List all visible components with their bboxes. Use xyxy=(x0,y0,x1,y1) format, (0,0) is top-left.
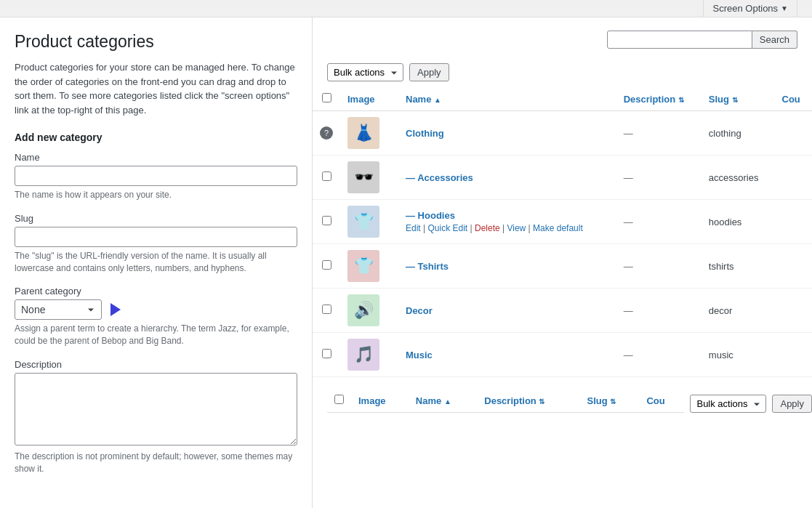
table-body: ?👗Clothing—clothing🕶️— Accessories—acces… xyxy=(313,111,812,377)
parent-category-select[interactable]: None Clothing xyxy=(15,299,102,320)
footer-name-label: Name xyxy=(416,395,441,406)
description-label: Description xyxy=(15,359,297,370)
row-name-cell: Decor xyxy=(398,289,616,333)
row-description-cell: — xyxy=(616,200,702,244)
info-icon[interactable]: ? xyxy=(320,126,333,140)
count-column-label: Cou xyxy=(782,94,800,105)
slug-field-group: Slug The "slug" is the URL-friendly vers… xyxy=(15,213,297,275)
row-name-cell: — Tshirts xyxy=(398,244,616,289)
row-checkbox-cell: ? xyxy=(313,111,340,156)
screen-options-label: Screen Options xyxy=(712,3,778,14)
apply-top-button[interactable]: Apply xyxy=(409,63,449,81)
footer-desc-col-header[interactable]: Description ⇅ xyxy=(477,389,579,413)
footer-sort-icon: ▲ xyxy=(444,398,451,406)
description-hint: The description is not prominent by defa… xyxy=(15,451,297,475)
row-checkbox-cell xyxy=(313,289,340,333)
right-panel: Search Bulk actions Delete Apply xyxy=(313,17,812,508)
cursor-arrow-icon xyxy=(110,303,121,316)
row-checkbox[interactable] xyxy=(322,349,331,358)
search-input[interactable] xyxy=(607,31,752,49)
footer-sort-icon-desc: ⇅ xyxy=(539,398,544,406)
bulk-actions-bottom-select[interactable]: Bulk actions Delete xyxy=(690,395,766,413)
image-column-header: Image xyxy=(340,87,398,111)
row-checkbox[interactable] xyxy=(322,305,331,314)
row-checkbox[interactable] xyxy=(322,172,331,181)
row-checkbox[interactable] xyxy=(322,260,331,270)
name-hint: The name is how it appears on your site. xyxy=(15,189,297,201)
row-action-quick-edit[interactable]: Quick Edit xyxy=(427,223,467,233)
category-name-link[interactable]: — Hoodies xyxy=(406,210,455,221)
apply-bottom-button[interactable]: Apply xyxy=(772,395,812,413)
row-description-cell: — xyxy=(616,244,702,289)
select-all-bottom-checkbox[interactable] xyxy=(334,395,344,404)
description-column-header[interactable]: Description ⇅ xyxy=(616,87,702,111)
action-separator: | xyxy=(467,223,475,233)
row-image-cell: 👕 xyxy=(340,200,398,244)
category-name-link[interactable]: Music xyxy=(406,350,433,360)
footer-count-label: Cou xyxy=(646,395,664,406)
category-name-link[interactable]: Decor xyxy=(406,305,433,316)
row-image-cell: 👕 xyxy=(340,244,398,289)
row-checkbox[interactable] xyxy=(322,216,331,225)
row-slug-cell: tshirts xyxy=(702,244,775,289)
row-action-edit[interactable]: Edit xyxy=(406,223,421,233)
row-actions: Edit | Quick Edit | Delete | View | Make… xyxy=(406,223,609,233)
row-action-delete[interactable]: Delete xyxy=(475,223,500,233)
row-count-cell xyxy=(775,156,812,200)
table-header: Image Name ▲ Description ⇅ Slug ⇅ xyxy=(313,87,812,111)
row-name-cell: Clothing xyxy=(398,111,616,156)
footer-slug-col-header[interactable]: Slug ⇅ xyxy=(580,389,640,413)
category-name-link[interactable]: — Tshirts xyxy=(406,261,449,272)
search-button[interactable]: Search xyxy=(752,31,797,49)
row-slug-cell: accessories xyxy=(702,156,775,200)
row-image-cell: 🎵 xyxy=(340,333,398,377)
action-separator: | xyxy=(500,223,507,233)
bulk-actions-bottom-bar: Image Name ▲ Description ⇅ Slu xyxy=(313,383,812,424)
table-row: 🕶️— Accessories—accessories xyxy=(313,156,812,200)
row-checkbox-cell xyxy=(313,333,340,377)
category-thumbnail: 👕 xyxy=(347,250,379,282)
slug-column-header[interactable]: Slug ⇅ xyxy=(702,87,775,111)
slug-input[interactable] xyxy=(15,227,297,247)
footer-slug-label: Slug xyxy=(587,395,608,406)
row-action-make-default[interactable]: Make default xyxy=(533,223,583,233)
bulk-actions-top-select[interactable]: Bulk actions Delete xyxy=(327,63,403,81)
count-column-header: Cou xyxy=(775,87,812,111)
page-title: Product categories xyxy=(15,32,297,52)
page-wrapper: Screen Options ▼ Product categories Prod… xyxy=(0,0,812,508)
description-textarea[interactable] xyxy=(15,373,297,445)
select-all-checkbox[interactable] xyxy=(322,93,331,102)
footer-desc-label: Description xyxy=(484,395,536,406)
categories-table: Image Name ▲ Description ⇅ Slug ⇅ xyxy=(313,87,812,377)
screen-options-button[interactable]: Screen Options ▼ xyxy=(703,0,797,17)
row-action-view[interactable]: View xyxy=(507,223,526,233)
category-name-link[interactable]: — Accessories xyxy=(406,172,473,183)
search-bar: Search xyxy=(313,25,812,57)
name-field-group: Name The name is how it appears on your … xyxy=(15,152,297,201)
footer-check-col xyxy=(327,389,351,413)
row-description-cell: — xyxy=(616,156,702,200)
name-column-label: Name xyxy=(406,94,431,105)
footer-image-col-header: Image xyxy=(351,389,409,413)
row-image-cell: 👗 xyxy=(340,111,398,156)
category-name-link[interactable]: Clothing xyxy=(406,128,444,139)
bulk-actions-top-bar: Bulk actions Delete Apply xyxy=(313,57,812,87)
image-column-label: Image xyxy=(347,94,375,105)
name-input[interactable] xyxy=(15,166,297,186)
sort-icon: ▲ xyxy=(434,96,441,104)
table-row: 🔊Decor—decor xyxy=(313,289,812,333)
parent-category-hint: Assign a parent term to create a hierarc… xyxy=(15,323,297,347)
row-slug-cell: clothing xyxy=(702,111,775,156)
name-column-header[interactable]: Name ▲ xyxy=(398,87,616,111)
page-description: Product categories for your store can be… xyxy=(15,60,297,117)
parent-category-label: Parent category xyxy=(15,286,297,297)
select-all-column xyxy=(313,87,340,111)
table-row: 👕— Tshirts—tshirts xyxy=(313,244,812,289)
row-slug-cell: music xyxy=(702,333,775,377)
row-count-cell xyxy=(775,244,812,289)
row-description-cell: — xyxy=(616,111,702,156)
category-thumbnail: 🔊 xyxy=(347,294,379,326)
row-count-cell xyxy=(775,289,812,333)
footer-name-col-header[interactable]: Name ▲ xyxy=(409,389,477,413)
row-slug-cell: hoodies xyxy=(702,200,775,244)
